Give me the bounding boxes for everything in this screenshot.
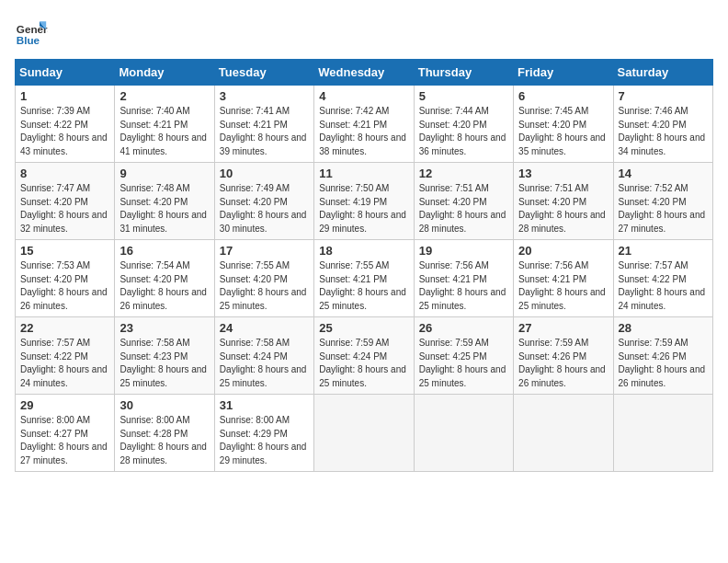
day-number: 26 xyxy=(419,321,508,335)
day-number: 30 xyxy=(119,398,209,412)
day-number: 3 xyxy=(220,89,309,103)
logo-icon: General Blue xyxy=(15,15,48,48)
calendar-day-cell: 29 Sunrise: 8:00 AMSunset: 4:27 PMDaylig… xyxy=(16,395,115,472)
day-number: 21 xyxy=(619,244,708,258)
logo: General Blue xyxy=(15,15,48,48)
day-number: 10 xyxy=(220,167,309,180)
day-number: 16 xyxy=(119,244,209,258)
day-info: Sunrise: 7:57 AMSunset: 4:22 PMDaylight:… xyxy=(619,259,708,313)
day-of-week-header: Tuesday xyxy=(214,60,313,86)
day-info: Sunrise: 7:46 AMSunset: 4:20 PMDaylight:… xyxy=(619,105,708,158)
calendar-day-cell: 19 Sunrise: 7:56 AMSunset: 4:21 PMDaylig… xyxy=(414,240,513,317)
calendar-day-cell: 27 Sunrise: 7:59 AMSunset: 4:26 PMDaylig… xyxy=(514,317,613,395)
calendar-day-cell: 4 Sunrise: 7:42 AMSunset: 4:21 PMDayligh… xyxy=(314,86,414,163)
calendar-day-cell: 22 Sunrise: 7:57 AMSunset: 4:22 PMDaylig… xyxy=(16,317,115,395)
calendar-week-row: 8 Sunrise: 7:47 AMSunset: 4:20 PMDayligh… xyxy=(16,163,713,240)
calendar-day-cell: 24 Sunrise: 7:58 AMSunset: 4:24 PMDaylig… xyxy=(214,317,313,395)
day-number: 4 xyxy=(319,89,408,103)
day-number: 2 xyxy=(119,89,209,103)
day-info: Sunrise: 7:48 AMSunset: 4:20 PMDaylight:… xyxy=(119,182,209,236)
day-info: Sunrise: 7:55 AMSunset: 4:21 PMDaylight:… xyxy=(319,259,408,313)
calendar-day-cell: 28 Sunrise: 7:59 AMSunset: 4:26 PMDaylig… xyxy=(613,317,712,395)
calendar-day-cell: 26 Sunrise: 7:59 AMSunset: 4:25 PMDaylig… xyxy=(414,317,513,395)
day-number: 31 xyxy=(220,398,309,412)
day-number: 5 xyxy=(419,89,508,103)
day-info: Sunrise: 7:44 AMSunset: 4:20 PMDaylight:… xyxy=(419,105,508,158)
calendar-day-cell: 31 Sunrise: 8:00 AMSunset: 4:29 PMDaylig… xyxy=(214,395,313,472)
calendar-day-cell xyxy=(514,395,613,472)
day-number: 29 xyxy=(20,398,109,412)
day-of-week-header: Friday xyxy=(514,60,613,86)
day-number: 17 xyxy=(220,244,309,258)
day-number: 12 xyxy=(419,167,508,180)
day-info: Sunrise: 7:53 AMSunset: 4:20 PMDaylight:… xyxy=(20,259,109,313)
day-number: 19 xyxy=(419,244,508,258)
day-of-week-header: Saturday xyxy=(613,60,712,86)
day-info: Sunrise: 7:59 AMSunset: 4:26 PMDaylight:… xyxy=(619,337,708,390)
day-info: Sunrise: 7:57 AMSunset: 4:22 PMDaylight:… xyxy=(20,337,109,390)
day-of-week-header: Wednesday xyxy=(314,60,414,86)
calendar-day-cell: 14 Sunrise: 7:52 AMSunset: 4:20 PMDaylig… xyxy=(613,163,712,240)
calendar-day-cell: 7 Sunrise: 7:46 AMSunset: 4:20 PMDayligh… xyxy=(613,86,712,163)
day-info: Sunrise: 7:50 AMSunset: 4:19 PMDaylight:… xyxy=(319,182,408,236)
day-number: 28 xyxy=(619,321,708,335)
day-info: Sunrise: 7:45 AMSunset: 4:20 PMDaylight:… xyxy=(518,105,608,158)
calendar-day-cell: 18 Sunrise: 7:55 AMSunset: 4:21 PMDaylig… xyxy=(314,240,414,317)
calendar-day-cell: 25 Sunrise: 7:59 AMSunset: 4:24 PMDaylig… xyxy=(314,317,414,395)
day-number: 18 xyxy=(319,244,408,258)
calendar-day-cell: 6 Sunrise: 7:45 AMSunset: 4:20 PMDayligh… xyxy=(514,86,613,163)
calendar-day-cell: 11 Sunrise: 7:50 AMSunset: 4:19 PMDaylig… xyxy=(314,163,414,240)
day-number: 14 xyxy=(619,167,708,180)
day-number: 20 xyxy=(518,244,608,258)
day-number: 25 xyxy=(319,321,408,335)
calendar-day-cell: 15 Sunrise: 7:53 AMSunset: 4:20 PMDaylig… xyxy=(16,240,115,317)
calendar-day-cell: 5 Sunrise: 7:44 AMSunset: 4:20 PMDayligh… xyxy=(414,86,513,163)
day-number: 24 xyxy=(220,321,309,335)
day-info: Sunrise: 7:51 AMSunset: 4:20 PMDaylight:… xyxy=(518,182,608,236)
day-number: 11 xyxy=(319,167,408,180)
day-info: Sunrise: 7:59 AMSunset: 4:24 PMDaylight:… xyxy=(319,337,408,390)
calendar-day-cell: 1 Sunrise: 7:39 AMSunset: 4:22 PMDayligh… xyxy=(16,86,115,163)
calendar-day-cell: 8 Sunrise: 7:47 AMSunset: 4:20 PMDayligh… xyxy=(16,163,115,240)
calendar-week-row: 1 Sunrise: 7:39 AMSunset: 4:22 PMDayligh… xyxy=(16,86,713,163)
calendar-day-cell: 16 Sunrise: 7:54 AMSunset: 4:20 PMDaylig… xyxy=(115,240,214,317)
calendar-day-cell: 9 Sunrise: 7:48 AMSunset: 4:20 PMDayligh… xyxy=(115,163,214,240)
day-number: 9 xyxy=(119,167,209,180)
day-info: Sunrise: 7:40 AMSunset: 4:21 PMDaylight:… xyxy=(119,105,209,158)
day-info: Sunrise: 7:56 AMSunset: 4:21 PMDaylight:… xyxy=(419,259,508,313)
calendar-header-row: SundayMondayTuesdayWednesdayThursdayFrid… xyxy=(16,60,713,86)
day-of-week-header: Monday xyxy=(115,60,214,86)
calendar-week-row: 22 Sunrise: 7:57 AMSunset: 4:22 PMDaylig… xyxy=(16,317,713,395)
day-info: Sunrise: 7:58 AMSunset: 4:23 PMDaylight:… xyxy=(119,337,209,390)
page-header: General Blue xyxy=(15,15,713,48)
day-number: 6 xyxy=(518,89,608,103)
day-info: Sunrise: 7:56 AMSunset: 4:21 PMDaylight:… xyxy=(518,259,608,313)
day-number: 27 xyxy=(518,321,608,335)
day-number: 7 xyxy=(619,89,708,103)
day-number: 1 xyxy=(20,89,109,103)
svg-text:Blue: Blue xyxy=(17,34,40,46)
day-info: Sunrise: 7:59 AMSunset: 4:25 PMDaylight:… xyxy=(419,337,508,390)
day-number: 23 xyxy=(119,321,209,335)
calendar-day-cell: 13 Sunrise: 7:51 AMSunset: 4:20 PMDaylig… xyxy=(514,163,613,240)
day-info: Sunrise: 7:59 AMSunset: 4:26 PMDaylight:… xyxy=(518,337,608,390)
calendar-day-cell xyxy=(314,395,414,472)
calendar-day-cell: 12 Sunrise: 7:51 AMSunset: 4:20 PMDaylig… xyxy=(414,163,513,240)
calendar-day-cell: 23 Sunrise: 7:58 AMSunset: 4:23 PMDaylig… xyxy=(115,317,214,395)
day-number: 13 xyxy=(518,167,608,180)
day-info: Sunrise: 7:49 AMSunset: 4:20 PMDaylight:… xyxy=(220,182,309,236)
day-of-week-header: Sunday xyxy=(16,60,115,86)
calendar-day-cell xyxy=(414,395,513,472)
day-number: 22 xyxy=(20,321,109,335)
calendar-day-cell: 10 Sunrise: 7:49 AMSunset: 4:20 PMDaylig… xyxy=(214,163,313,240)
calendar-week-row: 15 Sunrise: 7:53 AMSunset: 4:20 PMDaylig… xyxy=(16,240,713,317)
day-info: Sunrise: 7:58 AMSunset: 4:24 PMDaylight:… xyxy=(220,337,309,390)
day-info: Sunrise: 7:55 AMSunset: 4:20 PMDaylight:… xyxy=(220,259,309,313)
calendar-day-cell: 3 Sunrise: 7:41 AMSunset: 4:21 PMDayligh… xyxy=(214,86,313,163)
calendar-day-cell xyxy=(613,395,712,472)
calendar-day-cell: 17 Sunrise: 7:55 AMSunset: 4:20 PMDaylig… xyxy=(214,240,313,317)
day-info: Sunrise: 7:42 AMSunset: 4:21 PMDaylight:… xyxy=(319,105,408,158)
day-of-week-header: Thursday xyxy=(414,60,513,86)
calendar-day-cell: 30 Sunrise: 8:00 AMSunset: 4:28 PMDaylig… xyxy=(115,395,214,472)
day-info: Sunrise: 7:47 AMSunset: 4:20 PMDaylight:… xyxy=(20,182,109,236)
